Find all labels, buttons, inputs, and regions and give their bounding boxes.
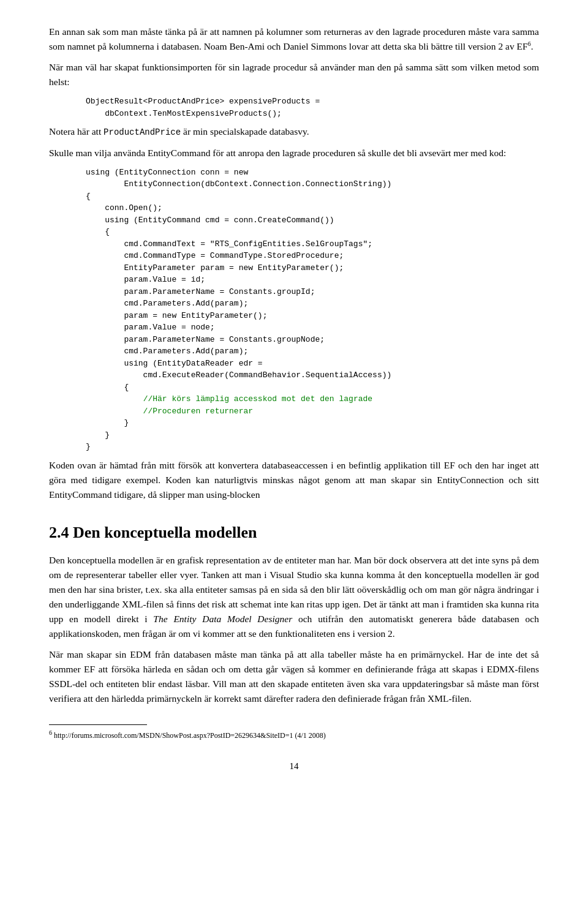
inline-code-1: ProductAndPrice (104, 127, 181, 137)
section-title: Den konceptuella modellen (73, 524, 257, 541)
footnote-6: 6 http://forums.microsoft.com/MSDN/ShowP… (49, 729, 539, 741)
page: En annan sak som man måste tänka på är a… (0, 0, 588, 902)
section-paragraph-2: När man skapar sin EDM från databasen må… (49, 647, 539, 706)
code-block-1: ObjectResult<ProductAndPrice> expensiveP… (86, 96, 539, 119)
paragraph-1: En annan sak som man måste tänka på är a… (49, 24, 539, 54)
code-comment-1: //Här körs lämplig accesskod mot det den… (86, 394, 372, 416)
page-number: 14 (49, 759, 539, 773)
footnote-divider (49, 724, 147, 725)
paragraph-2: När man väl har skapat funktionsimporten… (49, 60, 539, 89)
code-line: ObjectResult<ProductAndPrice> expensiveP… (86, 97, 320, 118)
footnote-text: http://forums.microsoft.com/MSDN/ShowPos… (54, 731, 326, 740)
section-number: 2.4 (49, 524, 69, 541)
italic-text-1: The Entity Data Model Designer (153, 614, 292, 624)
paragraph-5: Koden ovan är hämtad från mitt försök at… (49, 458, 539, 502)
paragraph-3: Notera här att ProductAndPrice är min sp… (49, 124, 539, 140)
code-block-2: using (EntityConnection conn = new Entit… (86, 167, 539, 453)
section-paragraph-1: Den konceptuella modellen är en grafisk … (49, 553, 539, 641)
footnote-ref-6: 6 (528, 40, 531, 47)
paragraph-4: Skulle man vilja använda EntityCommand f… (49, 146, 539, 160)
footnote-number: 6 (49, 729, 52, 736)
section-heading-2-4: 2.4 Den konceptuella modellen (49, 521, 539, 544)
code-line-1: using (EntityConnection conn = new Entit… (86, 168, 391, 452)
